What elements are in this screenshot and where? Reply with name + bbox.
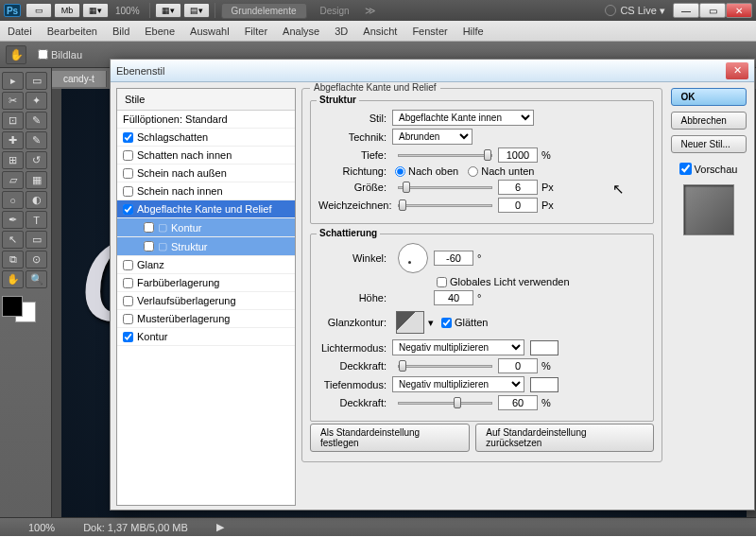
tool-wand[interactable]: ✦ xyxy=(26,92,47,110)
tool-blur[interactable]: ○ xyxy=(2,191,24,209)
weich-input[interactable]: 0 xyxy=(498,198,538,213)
tool-stamp[interactable]: ⊞ xyxy=(2,151,24,169)
weich-slider[interactable] xyxy=(398,204,492,207)
tool-type[interactable]: T xyxy=(26,211,47,229)
deck1-input[interactable]: 0 xyxy=(498,358,538,373)
doc-tab[interactable]: candy-t xyxy=(52,71,107,87)
menu-analyse[interactable]: Analyse xyxy=(283,26,319,37)
style-check-5[interactable] xyxy=(123,204,133,215)
global-light-check[interactable] xyxy=(437,277,447,287)
style-item-5[interactable]: Abgeflachte Kante und Relief xyxy=(117,200,295,218)
style-item-6[interactable]: ▢Kontur xyxy=(117,218,295,237)
make-default-button[interactable]: Als Standardeinstellung festlegen xyxy=(310,424,470,452)
tool-crop[interactable]: ⊡ xyxy=(2,112,24,130)
workspace-pill-1[interactable]: Grundelemente xyxy=(221,3,307,19)
preview-check[interactable]: Vorschau xyxy=(679,163,738,175)
cslive[interactable]: CS Live ▾ xyxy=(605,5,665,17)
new-style-button[interactable]: Neuer Stil... xyxy=(671,135,747,153)
tb-btn-4[interactable]: ▦▾ xyxy=(155,3,181,18)
tool-pen[interactable]: ✒ xyxy=(2,211,24,229)
tool-eyedrop[interactable]: ✎ xyxy=(26,112,47,130)
glatten-check[interactable] xyxy=(441,318,452,328)
reset-default-button[interactable]: Auf Standardeinstellung zurücksetzen xyxy=(475,424,654,452)
tief-color[interactable] xyxy=(530,377,558,392)
deck1-slider[interactable] xyxy=(398,365,492,368)
tool-history[interactable]: ↺ xyxy=(26,151,47,169)
tiefe-slider[interactable] xyxy=(398,154,492,157)
status-zoom[interactable]: 100% xyxy=(28,522,55,533)
menu-ebene[interactable]: Ebene xyxy=(145,26,175,37)
tool-path[interactable]: ↖ xyxy=(2,231,24,249)
tiefe-input[interactable]: 1000 xyxy=(498,147,538,163)
tb-btn-1[interactable]: ▭ xyxy=(26,3,52,18)
tool-brush[interactable]: ✎ xyxy=(26,131,47,149)
menu-bild[interactable]: Bild xyxy=(112,26,129,37)
style-item-11[interactable]: Musterüberlagerung xyxy=(117,310,295,328)
close-button[interactable]: ✕ xyxy=(726,3,752,18)
style-item-4[interactable]: Schein nach innen xyxy=(117,182,295,200)
richtung-oben-radio[interactable] xyxy=(395,166,405,177)
groesse-input[interactable]: 6 xyxy=(498,180,538,195)
richtung-unten-radio[interactable] xyxy=(468,166,478,177)
stil-select[interactable]: Abgeflachte Kante innen xyxy=(392,110,534,126)
menu-fenster[interactable]: Fenster xyxy=(412,26,447,37)
styles-header[interactable]: Stile xyxy=(117,89,295,111)
lichtmodus-select[interactable]: Negativ multiplizieren xyxy=(392,339,524,355)
tool-lasso[interactable]: ✂ xyxy=(2,92,24,110)
style-check-9[interactable] xyxy=(123,278,133,288)
menu-filter[interactable]: Filter xyxy=(245,26,267,37)
licht-color[interactable] xyxy=(530,340,558,355)
style-check-11[interactable] xyxy=(123,314,133,324)
style-item-9[interactable]: Farbüberlagerung xyxy=(117,274,295,292)
technik-select[interactable]: Abrunden xyxy=(392,129,472,145)
menu-bearbeiten[interactable]: Bearbeiten xyxy=(47,26,97,37)
tb-btn-5[interactable]: ▤▾ xyxy=(183,3,210,18)
maximize-button[interactable]: ▭ xyxy=(699,3,726,18)
menu-hilfe[interactable]: Hilfe xyxy=(463,26,484,37)
tool-3dcam[interactable]: ⊙ xyxy=(26,251,47,268)
groesse-slider[interactable] xyxy=(398,186,492,189)
tiefmodus-select[interactable]: Negativ multiplizieren xyxy=(392,376,524,392)
cancel-button[interactable]: Abbrechen xyxy=(671,112,747,130)
style-check-8[interactable] xyxy=(123,260,133,270)
menu-ansicht[interactable]: Ansicht xyxy=(363,26,397,37)
tool-marquee[interactable]: ▭ xyxy=(26,72,47,90)
style-check-6[interactable] xyxy=(144,222,154,233)
angle-dial[interactable] xyxy=(398,243,428,273)
tool-gradient[interactable]: ▦ xyxy=(26,171,47,189)
tool-zoom[interactable]: 🔍 xyxy=(26,270,47,288)
tool-eraser[interactable]: ▱ xyxy=(2,171,24,189)
style-check-1[interactable] xyxy=(123,132,133,143)
menu-datei[interactable]: Datei xyxy=(8,26,32,37)
ok-button[interactable]: OK xyxy=(671,88,747,106)
style-check-7[interactable] xyxy=(144,241,154,251)
color-swatches[interactable] xyxy=(2,296,36,322)
style-check-12[interactable] xyxy=(123,332,133,342)
tool-3d[interactable]: ⧉ xyxy=(2,251,24,268)
contour-picker[interactable] xyxy=(396,311,424,334)
style-check-3[interactable] xyxy=(123,168,133,179)
workspace-pill-2[interactable]: Design xyxy=(311,4,359,18)
style-item-10[interactable]: Verlaufsüberlagerung xyxy=(117,292,295,310)
tb-btn-2[interactable]: Mb xyxy=(54,3,80,18)
style-item-7[interactable]: ▢Struktur xyxy=(117,237,295,256)
tool-dodge[interactable]: ◐ xyxy=(26,191,47,209)
tool-heal[interactable]: ✚ xyxy=(2,131,24,149)
deck2-slider[interactable] xyxy=(398,402,492,405)
dialog-close-button[interactable]: ✕ xyxy=(726,62,748,79)
style-check-4[interactable] xyxy=(123,186,133,197)
deck2-input[interactable]: 60 xyxy=(498,395,538,410)
minimize-button[interactable]: — xyxy=(673,3,699,18)
dialog-titlebar[interactable]: Ebenenstil ✕ xyxy=(111,60,754,82)
tool-shape[interactable]: ▭ xyxy=(26,231,47,249)
style-item-1[interactable]: Schlagschatten xyxy=(117,129,295,147)
menu-auswahl[interactable]: Auswahl xyxy=(190,26,230,37)
current-tool-icon[interactable]: ✋ xyxy=(6,45,26,64)
tool-hand[interactable]: ✋ xyxy=(2,270,24,288)
bildlauf-check[interactable]: Bildlau xyxy=(38,49,82,61)
style-item-3[interactable]: Schein nach außen xyxy=(117,165,295,182)
more-arrow[interactable]: ≫ xyxy=(365,5,376,17)
tb-btn-3[interactable]: ▦▾ xyxy=(82,3,109,18)
style-check-10[interactable] xyxy=(123,296,133,306)
style-item-12[interactable]: Kontur xyxy=(117,328,295,346)
